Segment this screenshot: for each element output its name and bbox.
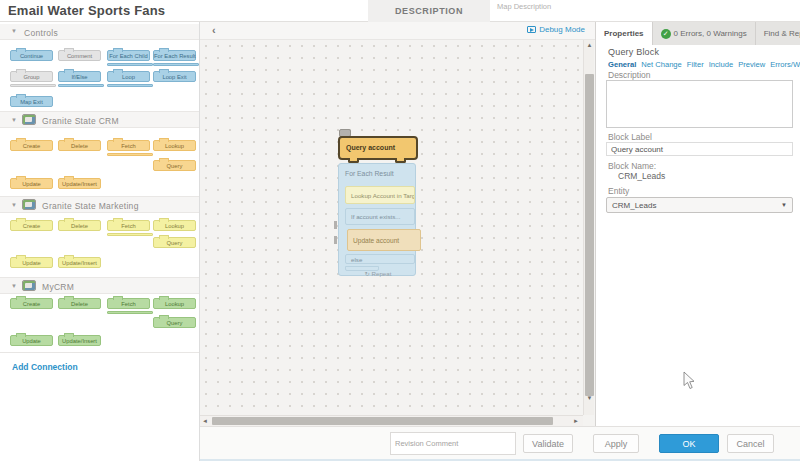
entity-select[interactable]: CRM_Leads ▼ [606, 197, 793, 213]
scroll-up-icon[interactable]: ▲ [584, 42, 595, 48]
resize-handle[interactable] [334, 236, 337, 244]
palette-block-create[interactable]: Create [10, 298, 53, 309]
map-description-field[interactable]: Map Description [497, 2, 551, 11]
palette-block-map-exit[interactable]: Map Exit [10, 96, 53, 107]
collapse-caret-icon[interactable]: ▼ [11, 28, 17, 34]
collapse-sidebar-icon[interactable]: ‹ [212, 24, 216, 36]
palette-block-update[interactable]: Update [10, 335, 53, 346]
collapse-caret-icon[interactable]: ▼ [11, 202, 17, 208]
palette-block-loop-exit[interactable]: Loop Exit [153, 71, 196, 82]
subtab-link-include[interactable]: Include [709, 60, 734, 69]
ok-button[interactable]: OK [659, 434, 719, 453]
horizontal-scrollbar[interactable]: ◄ ► [200, 415, 583, 426]
vertical-scrollbar-thumb[interactable] [585, 74, 594, 396]
palette-block-group[interactable]: Group [10, 71, 53, 82]
section-header-mycrm[interactable]: ▼ MyCRM [0, 277, 199, 294]
palette-block-update-insert[interactable]: Update/Insert [58, 178, 101, 189]
palette-block-for-each-child[interactable]: For Each Child [107, 50, 150, 61]
canvas-grid[interactable]: Query account For Each Result Lookup Acc… [200, 40, 583, 415]
section-header-granite-state-crm[interactable]: ▼ Granite State CRM [0, 111, 199, 128]
block-name-value: CRM_Leads [618, 171, 665, 181]
add-connection-link[interactable]: Add Connection [12, 362, 78, 372]
collapse-caret-icon[interactable]: ▼ [11, 117, 17, 123]
palette-block-lookup[interactable]: Lookup [153, 140, 196, 151]
palette-block-tail [107, 311, 153, 314]
palette-block-delete[interactable]: Delete [58, 298, 101, 309]
palette-block-delete[interactable]: Delete [58, 140, 101, 151]
block-label-label: Block Label [608, 132, 652, 142]
palette-block-tail [107, 63, 153, 66]
resize-handle[interactable] [334, 221, 337, 229]
query-account-block[interactable]: Query account [338, 136, 418, 160]
description-tab[interactable]: DESCRIPTION [368, 0, 490, 22]
if-account-exists-block[interactable]: If account exists... [345, 208, 415, 225]
footer-bar: ValidateApplyOKCancel [200, 426, 800, 461]
properties-panel: Properties ✓0 Errors, 0 Warnings Find & … [595, 22, 800, 426]
palette-block-delete[interactable]: Delete [58, 220, 101, 231]
apply-button[interactable]: Apply [593, 434, 639, 453]
palette-block-tail [107, 153, 153, 156]
map-canvas[interactable]: ‹ Debug Mode Query account For Each Resu… [200, 22, 595, 426]
update-account-block[interactable]: Update account [347, 229, 421, 251]
palette-block-comment[interactable]: Comment [58, 50, 101, 61]
revision-comment-input[interactable] [390, 432, 516, 455]
palette-block-continue[interactable]: Continue [10, 50, 53, 61]
validate-button[interactable]: Validate [523, 434, 573, 453]
section-header-granite-state-marketing[interactable]: ▼ Granite State Marketing [0, 196, 199, 213]
dropdown-caret-icon: ▼ [781, 198, 787, 213]
granite-state-marketing-connection-icon [22, 199, 36, 210]
palette-block-lookup[interactable]: Lookup [153, 298, 196, 309]
palette-block-tail [10, 84, 56, 87]
subtab-link-filter[interactable]: Filter [687, 60, 704, 69]
palette-block-update[interactable]: Update [10, 257, 53, 268]
palette-block-query[interactable]: Query [153, 317, 196, 328]
palette-block-update-insert[interactable]: Update/Insert [58, 257, 101, 268]
palette-block-lookup[interactable]: Lookup [153, 220, 196, 231]
mycrm-connection-icon [22, 280, 36, 291]
palette-block-fetch[interactable]: Fetch [107, 140, 150, 151]
block-label-input[interactable] [606, 142, 793, 156]
subtab-link-net-change[interactable]: Net Change [641, 60, 682, 69]
vertical-scrollbar[interactable]: ▲ ▼ [583, 40, 594, 415]
palette-block-tail [153, 63, 199, 66]
palette-block-query[interactable]: Query [153, 237, 196, 248]
block-palette-sidebar: ▼ Controls ▼ Granite State CRM ▼ Granite… [0, 22, 200, 461]
collapse-caret-icon[interactable]: ▼ [11, 283, 17, 289]
subtab-link-errors-warnings[interactable]: Errors/Warnings [770, 60, 800, 69]
debug-mode-icon [527, 26, 536, 33]
tab-find-replace[interactable]: Find & Replace [756, 22, 800, 45]
scroll-left-icon[interactable]: ◄ [202, 418, 208, 424]
palette-block-query[interactable]: Query [153, 160, 196, 171]
palette-block-tail [107, 84, 153, 87]
description-textarea[interactable] [606, 80, 793, 128]
scroll-down-icon[interactable]: ▼ [584, 395, 595, 401]
scroll-right-icon[interactable]: ► [573, 418, 579, 424]
subtab-link-preview[interactable]: Preview [738, 60, 765, 69]
query-block-heading: Query Block [608, 47, 659, 57]
palette-block-update-insert[interactable]: Update/Insert [58, 335, 101, 346]
palette-block-fetch[interactable]: Fetch [107, 220, 150, 231]
horizontal-scrollbar-thumb[interactable] [212, 417, 553, 425]
tab-properties[interactable]: Properties [596, 22, 653, 45]
section-header-controls[interactable]: ▼ Controls [0, 24, 199, 40]
palette-block-fetch[interactable]: Fetch [107, 298, 150, 309]
tab-errors-warnings[interactable]: ✓0 Errors, 0 Warnings [653, 22, 756, 45]
debug-mode-link[interactable]: Debug Mode [527, 25, 585, 34]
palette-block-loop[interactable]: Loop [107, 71, 150, 82]
palette-block-update[interactable]: Update [10, 178, 53, 189]
palette-block-if-else[interactable]: If/Else [58, 71, 101, 82]
properties-tab-bar: Properties ✓0 Errors, 0 Warnings Find & … [596, 22, 800, 45]
repeat-label: Repeat [371, 270, 391, 277]
repeat-icon: ↻ [365, 270, 370, 277]
canvas-toolbar: ‹ Debug Mode [200, 22, 595, 40]
cancel-button[interactable]: Cancel [727, 434, 774, 453]
description-label: Description [608, 70, 651, 80]
subtab-link-general[interactable]: General [608, 60, 636, 69]
palette-block-create[interactable]: Create [10, 220, 53, 231]
palette-block-for-each-result[interactable]: For Each Result [153, 50, 196, 61]
else-block[interactable]: else [345, 254, 415, 264]
lookup-account-in-target-block[interactable]: Lookup Account in Target [345, 186, 415, 204]
palette-block-create[interactable]: Create [10, 140, 53, 151]
for-each-result-block[interactable]: For Each Result Lookup Account in Target… [338, 163, 416, 276]
entity-label: Entity [608, 186, 629, 196]
